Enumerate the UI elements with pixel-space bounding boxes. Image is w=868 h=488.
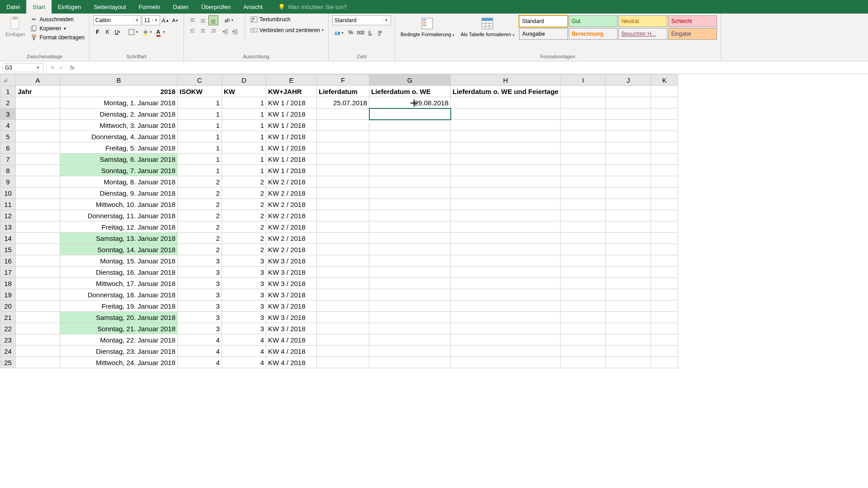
cell-D23[interactable]: 4 <box>222 334 266 346</box>
cell-A25[interactable] <box>16 357 60 368</box>
cell-G22[interactable] <box>369 323 451 334</box>
align-left-button[interactable] <box>188 26 198 36</box>
confirm-formula-button[interactable]: ✓ <box>59 64 64 71</box>
select-all-corner[interactable] <box>0 75 16 86</box>
cell-J2[interactable] <box>606 97 651 108</box>
column-header-J[interactable]: J <box>606 75 651 86</box>
cell-I2[interactable] <box>561 97 606 108</box>
cell-E7[interactable]: KW 1 / 2018 <box>266 154 317 165</box>
row-header-12[interactable]: 12 <box>0 210 16 221</box>
column-header-A[interactable]: A <box>16 75 60 86</box>
cell-K18[interactable] <box>651 278 678 289</box>
cell-J14[interactable] <box>606 233 651 244</box>
cell-D17[interactable]: 3 <box>222 267 266 278</box>
cell-E6[interactable]: KW 1 / 2018 <box>266 142 317 154</box>
cell-A22[interactable] <box>16 323 60 334</box>
cell-K8[interactable] <box>651 165 678 176</box>
cell-I24[interactable] <box>561 346 606 357</box>
style-eingabe[interactable]: Eingabe <box>668 28 717 40</box>
cell-I16[interactable] <box>561 255 606 267</box>
cell-J15[interactable] <box>606 244 651 255</box>
cell-E12[interactable]: KW 2 / 2018 <box>266 210 317 221</box>
cell-D19[interactable]: 3 <box>222 289 266 300</box>
tab-seitenlayout[interactable]: Seitenlayout <box>87 0 132 14</box>
cell-I23[interactable] <box>561 334 606 346</box>
cell-E14[interactable]: KW 2 / 2018 <box>266 233 317 244</box>
tab-ueberpruefen[interactable]: Überprüfen <box>195 0 237 14</box>
cell-G5[interactable] <box>369 131 451 142</box>
cell-C14[interactable]: 2 <box>178 233 222 244</box>
cell-C25[interactable]: 4 <box>178 357 222 368</box>
row-header-7[interactable]: 7 <box>0 154 16 165</box>
cell-G20[interactable] <box>369 300 451 312</box>
cell-E25[interactable]: KW 4 / 2018 <box>266 357 317 368</box>
cell-C23[interactable]: 4 <box>178 334 222 346</box>
cell-G25[interactable] <box>369 357 451 368</box>
cell-C2[interactable]: 1 <box>178 97 222 108</box>
border-button[interactable]: ▾ <box>127 27 140 37</box>
cell-I12[interactable] <box>561 210 606 221</box>
cell-G1[interactable]: Lieferdatum o. WE <box>369 86 451 97</box>
cell-F18[interactable] <box>317 278 369 289</box>
cell-J18[interactable] <box>606 278 651 289</box>
cell-K22[interactable] <box>651 323 678 334</box>
cell-A10[interactable] <box>16 188 60 199</box>
cell-C3[interactable]: 1 <box>178 108 222 120</box>
cell-B6[interactable]: Freitag, 5. Januar 2018 <box>60 142 178 154</box>
cell-E13[interactable]: KW 2 / 2018 <box>266 221 317 233</box>
cell-C8[interactable]: 1 <box>178 165 222 176</box>
cell-H10[interactable] <box>451 188 561 199</box>
conditional-formatting-button[interactable]: Bedingte Formatierung ▾ <box>399 15 456 38</box>
cell-D13[interactable]: 2 <box>222 221 266 233</box>
cell-B8[interactable]: Sonntag, 7. Januar 2018 <box>60 165 178 176</box>
cell-A13[interactable] <box>16 221 60 233</box>
cell-G6[interactable] <box>369 142 451 154</box>
cell-A19[interactable] <box>16 289 60 300</box>
cell-G17[interactable] <box>369 267 451 278</box>
cell-G14[interactable] <box>369 233 451 244</box>
cell-J16[interactable] <box>606 255 651 267</box>
row-header-20[interactable]: 20 <box>0 300 16 312</box>
cell-D4[interactable]: 1 <box>222 120 266 131</box>
cell-K5[interactable] <box>651 131 678 142</box>
style-standard[interactable]: Standard <box>519 15 568 27</box>
row-header-5[interactable]: 5 <box>0 131 16 142</box>
cell-C9[interactable]: 2 <box>178 176 222 188</box>
cell-C1[interactable]: ISOKW <box>178 86 222 97</box>
cell-F19[interactable] <box>317 289 369 300</box>
cell-H13[interactable] <box>451 221 561 233</box>
cell-I5[interactable] <box>561 131 606 142</box>
cell-J19[interactable] <box>606 289 651 300</box>
font-family-combo[interactable]: ▼ <box>93 15 141 25</box>
cell-I13[interactable] <box>561 221 606 233</box>
cell-K2[interactable] <box>651 97 678 108</box>
cell-J17[interactable] <box>606 267 651 278</box>
merge-center-button[interactable]: Verbinden und zentrieren ▾ <box>250 26 325 34</box>
cell-B3[interactable]: Dienstag, 2. Januar 2018 <box>60 108 178 120</box>
cell-H22[interactable] <box>451 323 561 334</box>
cell-J10[interactable] <box>606 188 651 199</box>
cell-F4[interactable] <box>317 120 369 131</box>
cell-D5[interactable]: 1 <box>222 131 266 142</box>
cell-C13[interactable]: 2 <box>178 221 222 233</box>
cell-D22[interactable]: 3 <box>222 323 266 334</box>
name-box-input[interactable] <box>3 64 35 72</box>
cell-G23[interactable] <box>369 334 451 346</box>
cell-J22[interactable] <box>606 323 651 334</box>
cell-F14[interactable] <box>317 233 369 244</box>
cell-I4[interactable] <box>561 120 606 131</box>
cell-A17[interactable] <box>16 267 60 278</box>
cell-J4[interactable] <box>606 120 651 131</box>
row-header-13[interactable]: 13 <box>0 221 16 233</box>
cell-F17[interactable] <box>317 267 369 278</box>
cell-E16[interactable]: KW 3 / 2018 <box>266 255 317 267</box>
cell-K7[interactable] <box>651 154 678 165</box>
cell-E18[interactable]: KW 3 / 2018 <box>266 278 317 289</box>
cell-E8[interactable]: KW 1 / 2018 <box>266 165 317 176</box>
cell-H11[interactable] <box>451 199 561 210</box>
cell-F23[interactable] <box>317 334 369 346</box>
cell-G24[interactable] <box>369 346 451 357</box>
cell-B21[interactable]: Samstag, 20. Januar 2018 <box>60 312 178 323</box>
cell-D2[interactable]: 1 <box>222 97 266 108</box>
cell-A7[interactable] <box>16 154 60 165</box>
